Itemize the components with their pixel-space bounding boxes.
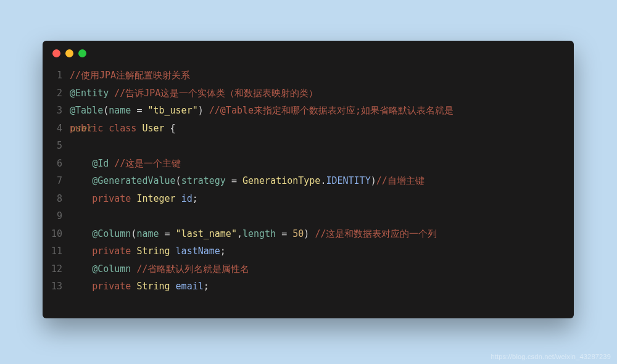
- watermark-text: https://blog.csdn.net/weixin_43287239: [491, 353, 611, 360]
- maximize-icon[interactable]: [78, 49, 86, 57]
- line-number: 3: [43, 102, 70, 120]
- close-icon[interactable]: [52, 49, 60, 57]
- code-content: @Entity //告诉JPA这是一个实体类（和数据表映射的类）: [70, 85, 574, 102]
- code-line: 3@Table(name = "tb_user") //@Table来指定和哪个…: [43, 102, 574, 120]
- code-line: 12 @Column //省略默认列名就是属性名: [43, 260, 574, 278]
- code-content: @Column //省略默认列名就是属性名: [70, 260, 574, 278]
- line-number: 5: [43, 137, 70, 155]
- line-number: 13: [43, 278, 70, 296]
- line-number: 12: [43, 260, 70, 278]
- code-window: 1//使用JPA注解配置映射关系2@Entity //告诉JPA这是一个实体类（…: [43, 41, 574, 318]
- line-number: 6: [43, 155, 70, 173]
- code-content: [70, 137, 574, 155]
- code-line: 1//使用JPA注解配置映射关系: [43, 67, 574, 85]
- code-content: //使用JPA注解配置映射关系: [70, 67, 574, 85]
- code-content: @GeneratedValue(strategy = GenerationTyp…: [70, 172, 574, 190]
- line-number: 10: [43, 225, 70, 243]
- code-line: 9: [43, 207, 574, 225]
- code-content: @Id //这是一个主键: [70, 155, 574, 173]
- overlay-text: user: [70, 120, 92, 138]
- code-line: 2@Entity //告诉JPA这是一个实体类（和数据表映射的类）: [43, 85, 574, 102]
- line-number: 1: [43, 67, 70, 85]
- code-content: private String lastName;: [70, 242, 574, 260]
- line-number: 9: [43, 207, 70, 225]
- code-line: 8 private Integer id;: [43, 190, 574, 208]
- line-number: 2: [43, 85, 70, 102]
- code-content: [70, 207, 574, 225]
- code-line: 7 @GeneratedValue(strategy = GenerationT…: [43, 172, 574, 190]
- code-line: 11 private String lastName;: [43, 242, 574, 260]
- code-line: 5: [43, 137, 574, 155]
- code-content: private String email;: [70, 278, 574, 296]
- code-content: @Table(name = "tb_user") //@Table来指定和哪个数…: [70, 102, 574, 120]
- window-titlebar: [43, 41, 574, 65]
- code-content: public class User {user: [70, 120, 574, 138]
- code-content: @Column(name = "last_name",length = 50) …: [70, 225, 574, 243]
- code-line: 13 private String email;: [43, 278, 574, 296]
- line-number: 7: [43, 172, 70, 190]
- code-line: 6 @Id //这是一个主键: [43, 155, 574, 173]
- line-number: 11: [43, 242, 70, 260]
- code-content: private Integer id;: [70, 190, 574, 208]
- code-line: 4public class User {user: [43, 120, 574, 138]
- code-line: 10 @Column(name = "last_name",length = 5…: [43, 225, 574, 243]
- code-area: 1//使用JPA注解配置映射关系2@Entity //告诉JPA这是一个实体类（…: [43, 65, 574, 296]
- minimize-icon[interactable]: [65, 49, 73, 57]
- line-number: 8: [43, 190, 70, 208]
- line-number: 4: [43, 120, 70, 138]
